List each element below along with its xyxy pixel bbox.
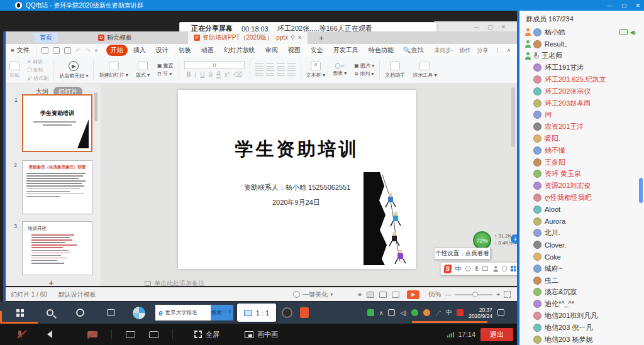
share-screen-icon[interactable] [126,331,135,338]
bold-button[interactable]: B [186,71,191,78]
copy-button[interactable]: ❐ 复制 [27,67,43,74]
member-row[interactable]: 农资201王洋 [519,121,644,133]
member-row[interactable]: 资源201刘宏俊 [519,180,644,192]
picture-button[interactable]: ▣ 图片 ▾ [354,62,374,69]
print-icon[interactable] [53,47,60,54]
sogou-logo-icon[interactable]: S [443,265,452,273]
ime-indicator[interactable]: 中 [446,309,452,317]
paste-icon[interactable] [9,62,19,70]
menu-tab-视图[interactable]: 视图 [284,45,305,56]
member-row[interactable]: 闰 [519,109,644,121]
member-row[interactable]: 王老师 [519,50,644,62]
fit-slide-icon[interactable] [504,291,511,298]
superscript-icon[interactable]: x² [225,71,230,78]
menu-tab-设计[interactable]: 设计 [152,45,173,56]
reset-button[interactable]: ▣ 重置 [157,62,174,69]
member-row[interactable]: 环工191甘涛 [519,62,644,74]
tray-expand-icon[interactable]: ∧ [379,310,384,316]
customize-toolbar-chevron-icon[interactable]: ▾ [95,48,97,53]
pip-icon[interactable] [245,331,253,338]
play-from-current-icon[interactable]: ▶ [69,61,79,71]
more-options-icon[interactable]: ⋮ [494,47,500,53]
present-tools-label[interactable]: 演示工具 ▾ [413,72,436,79]
red-tray-icon[interactable] [457,309,464,316]
present-tools-icon[interactable] [419,62,430,70]
collapse-ribbon-icon[interactable]: ∧ [506,47,511,53]
numbered-list-icon[interactable] [266,63,274,69]
ime-language-toggle[interactable]: 中 [455,265,462,273]
textbox-icon[interactable]: A [311,62,321,70]
menu-tab-特色功能[interactable]: 特色功能 [364,45,398,56]
new-tab-button[interactable]: + [319,33,324,43]
undo-icon[interactable]: ↶ [75,47,80,54]
member-row[interactable]: 迪伦*^_^* [519,298,644,310]
menu-tab-切换[interactable]: 切换 [174,45,196,56]
cloud-sync-status[interactable]: 未同步· [434,47,453,55]
member-row[interactable]: 她不懂 [519,145,644,156]
tab-docer[interactable]: D 稻壳模板 [92,33,138,43]
reading-view-icon[interactable] [392,292,399,298]
battery-icon[interactable] [388,309,395,316]
network-icon[interactable]: ⋰ [435,310,441,316]
slide-thumbnail-1[interactable]: 1 学生资助培训 [22,94,92,152]
new-slide-label[interactable]: 新建幻灯片 ▾ [99,72,128,79]
slide-area-scrollbar[interactable] [511,87,515,147]
current-slide-canvas[interactable]: 学生资助培训 资助联系人：杨小晗 15255062551 2020年9月24日 [178,90,416,269]
member-row[interactable]: 淡忘&沉寂 [519,287,644,298]
play-from-current-label[interactable]: 从当前开始 ▾ [59,72,88,79]
notes-hint[interactable]: 单击此处添加备注 [145,279,204,288]
member-row[interactable]: Aurora [519,216,644,227]
ime-toolbox-icon[interactable] [511,266,516,271]
member-row[interactable]: 城府~ [519,263,644,275]
font-size-box[interactable]: 0 [184,61,245,69]
fullscreen-label[interactable]: 全屏 [206,330,219,339]
beautify-button[interactable]: 一键美化 ▾ [293,290,333,299]
member-row[interactable]: Coke [519,251,644,263]
wps-maximize-button[interactable]: ▢ [487,24,493,30]
taskbar-clock[interactable]: 20:37 2020/9/24 [469,307,492,319]
clear-format-icon[interactable]: ⌫ [233,71,242,78]
mic-muted-icon[interactable] [18,331,22,338]
dark-app-icon[interactable] [282,307,292,318]
italic-button[interactable]: I [194,71,196,78]
fullscreen-icon[interactable] [194,331,202,338]
zoom-in-button[interactable]: + [496,291,500,298]
add-slide-button[interactable]: + [48,277,54,288]
member-row[interactable]: Clover. [519,239,644,251]
zoom-slider[interactable] [455,294,492,295]
qq-close-button[interactable]: ✕ [635,3,640,9]
shapes-label[interactable]: 形状 ▾ [333,70,347,77]
collaborate-button[interactable]: 协作 [459,47,470,55]
slide-thumbnail-3[interactable]: 3 培训日程 [22,221,92,275]
member-row[interactable]: 地信203 倪一凡 [519,322,644,334]
doc-assistant-icon[interactable] [390,62,400,70]
member-row[interactable]: Result。 [519,38,644,50]
ime-emoji-icon[interactable] [465,266,470,271]
line-spacing-icon[interactable] [287,70,296,76]
menu-tab-幻灯片放映[interactable]: 幻灯片放映 [219,45,260,56]
speaker-icon[interactable] [43,331,52,338]
redo-icon[interactable]: ↷ [85,47,90,54]
cortana-icon[interactable] [76,309,84,317]
preview-icon[interactable] [64,47,71,54]
share-button[interactable]: 分享 [477,47,488,55]
wps-minimize-button[interactable]: — [474,24,479,30]
cut-button[interactable]: ✕ 剪切 [27,58,43,65]
member-row[interactable]: 暖阳. [519,133,644,145]
ime-keyboard-icon[interactable] [482,266,488,271]
menu-tab-开始[interactable]: 开始 [106,45,128,56]
zoom-out-button[interactable]: — [445,291,451,298]
menu-tab-插入[interactable]: 插入 [129,45,150,56]
taskbar-search-icon[interactable] [47,309,53,316]
camera-muted-icon[interactable] [87,331,97,337]
zoom-percent[interactable]: 65% [428,291,441,298]
ime-mic-icon[interactable] [475,266,479,272]
member-row[interactable]: 资环 黄玉泉 [519,168,644,180]
bullet-list-icon[interactable] [255,63,264,69]
tab-document[interactable]: P 资助培训PPT（2020版） .pptx ⚲ ✕ [188,31,308,44]
thumbnail-scrollbar[interactable] [94,92,97,121]
align-right-icon[interactable] [277,70,285,76]
wps-taskbar-icon[interactable] [300,307,309,318]
shapes-icon[interactable]: ◯▱ [335,63,345,68]
qq-maximize-button[interactable]: ▢ [621,3,627,9]
